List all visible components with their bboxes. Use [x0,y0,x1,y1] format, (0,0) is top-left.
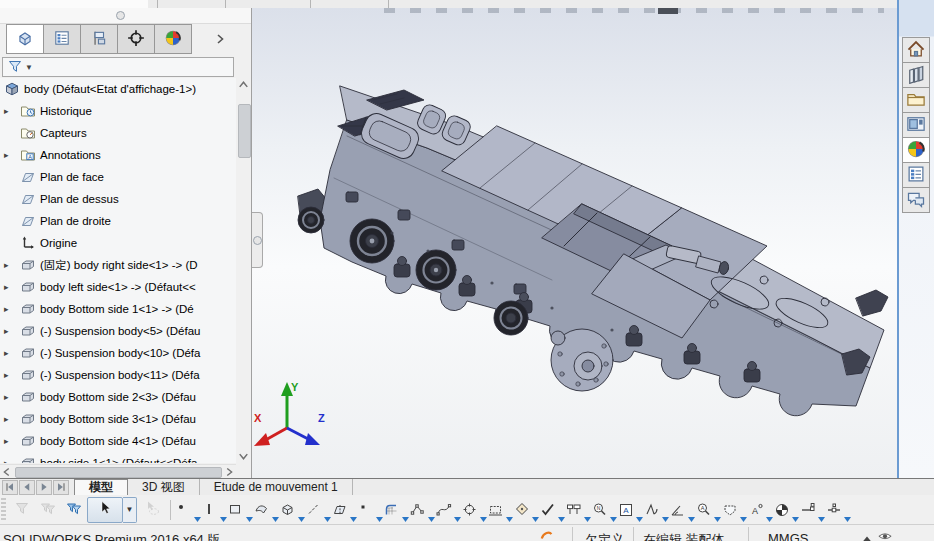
units-selector[interactable]: MMGS [768,531,808,541]
select-tool-dropdown[interactable]: ▼ [123,497,137,523]
scroll-up-button[interactable] [236,78,251,92]
reference-plane-button[interactable] [332,497,358,523]
tab-nav-next-button[interactable] [36,480,52,495]
filter-faces-button[interactable] [35,497,61,523]
splitter-grip-icon[interactable] [116,11,125,20]
tree-filter-button[interactable]: ▼ [2,57,234,77]
tree-item[interactable]: ▸body Bottom side 3<1> (Défau [0,408,236,430]
expander-icon[interactable]: ▸ [4,436,14,446]
splitter-grip-icon[interactable] [253,236,262,245]
tab-nav-last-button[interactable] [53,480,69,495]
tree-item[interactable]: Origine [0,232,236,254]
geometric-tolerance-button[interactable]: A [748,497,774,523]
view-palette[interactable] [902,112,930,138]
toolbar-grip[interactable] [1,498,6,522]
selection-filter-button[interactable] [9,497,35,523]
tab-nav-first-button[interactable] [2,480,18,495]
tree-item[interactable]: Plan de dessus [0,188,236,210]
expander-icon[interactable]: ▸ [4,348,14,358]
box-button[interactable] [280,497,306,523]
spell-check-button[interactable]: A [696,497,722,523]
centerpoint-circle-button[interactable] [462,497,488,523]
scroll-left-button[interactable] [0,465,14,478]
units-dropdown-icon[interactable] [860,533,874,541]
tree-item[interactable]: ▸body left side<1> -> (Défaut<< [0,276,236,298]
solidworks-forum[interactable] [902,187,930,213]
datum-target-button[interactable] [722,497,748,523]
hscroll-thumb[interactable] [15,467,222,478]
file-explorer[interactable] [902,87,930,113]
expander-icon[interactable]: ▸ [4,370,14,380]
smart-dimension-button[interactable] [514,497,540,523]
tab-3d-views[interactable]: 3D 视图 [128,479,200,495]
expander-icon[interactable]: ▸ [4,326,14,336]
design-library[interactable] [902,62,930,88]
custom-properties[interactable] [902,162,930,188]
appearances[interactable] [902,137,930,163]
select-tool-button[interactable] [87,497,123,523]
tree-item[interactable]: ▸(固定) body right side<1> -> (D [0,254,236,276]
expander-icon[interactable]: ▸ [4,414,14,424]
tree-item[interactable]: ▸body side 1<1> (Défaut<<Défa [0,452,236,463]
commandmanager-active-tab[interactable] [0,0,148,8]
propertymanager-tab[interactable] [43,24,81,54]
tree-item-root[interactable]: body (Défaut<Etat d'affichage-1>) [0,78,236,100]
tree-item[interactable]: Plan de droite [0,210,236,232]
tab-motion-study[interactable]: Etude de mouvement 1 [200,479,353,495]
featuremanager-tab[interactable] [6,24,44,54]
freeform-surface-button[interactable] [254,497,280,523]
filter-dropdown-arrow-icon[interactable]: ▼ [25,63,33,72]
expander-icon[interactable]: ▸ [4,392,14,402]
tree-item[interactable]: ▸body Bottom side 4<1> (Défau [0,430,236,452]
tree-vertical-scrollbar[interactable] [236,78,251,463]
tree-item[interactable]: Capteurs [0,122,236,144]
midpoint-handle-button[interactable] [826,497,852,523]
sketch-check-button[interactable] [540,497,566,523]
expander-icon[interactable]: ▸ [4,282,14,292]
linear-pattern-button[interactable] [488,497,514,523]
scroll-right-button[interactable] [222,465,236,478]
tree-item[interactable]: ▸(-) Suspension body<11> (Défa [0,364,236,386]
tree-item[interactable]: ▸Historique [0,100,236,122]
visibility-eye-icon[interactable] [878,531,892,541]
expander-icon[interactable]: ▸ [4,106,14,116]
corner-rectangle-button[interactable] [228,497,254,523]
dimxpertmanager-tab[interactable] [117,24,155,54]
task-pane-home[interactable] [902,37,930,63]
sketch-fillet-button[interactable] [384,497,410,523]
toggle-selection-filters-button[interactable] [61,497,87,523]
tab-model[interactable]: 模型 [74,479,128,495]
panel-splitter-tab[interactable] [252,212,263,268]
tree-item[interactable]: ▸(-) Suspension body<5> (Défau [0,320,236,342]
tree-item[interactable]: Plan de face [0,166,236,188]
surface-finish-button[interactable] [644,497,670,523]
zoom-note-button[interactable]: N [592,497,618,523]
sketch-point-small-button[interactable] [358,497,384,523]
lasso-select-button[interactable] [139,497,165,523]
tree-item[interactable]: ▸AAnnotations [0,144,236,166]
vscroll-thumb[interactable] [238,104,251,158]
expander-icon[interactable]: ▸ [4,260,14,270]
expander-icon[interactable]: ▸ [4,304,14,314]
center-of-mass-button[interactable] [774,497,800,523]
tree-horizontal-scrollbar[interactable] [0,464,236,478]
graphics-viewport[interactable]: X Y Z [252,8,897,478]
expander-icon[interactable]: ▸ [4,150,14,160]
tree-item[interactable]: ▸body Bottom side 1<1> -> (Dé [0,298,236,320]
spline-button[interactable] [436,497,462,523]
panel-splitter-horizontal[interactable] [0,8,251,24]
commandmanager-tabs-cropped[interactable] [0,0,934,8]
panel-tabs-overflow-button[interactable] [205,24,235,54]
angle-dimension-button[interactable] [670,497,696,523]
polyline-button[interactable] [410,497,436,523]
configurationmanager-tab[interactable] [80,24,118,54]
endpoint-handle-button[interactable] [800,497,826,523]
ordinate-dimension-button[interactable] [566,497,592,523]
line-button[interactable] [202,497,228,523]
displaymanager-tab[interactable] [154,24,192,54]
expander-icon[interactable]: ▸ [4,458,14,463]
scroll-down-button[interactable] [236,449,251,463]
centerline-button[interactable] [306,497,332,523]
point-button[interactable] [176,497,202,523]
tab-nav-previous-button[interactable] [19,480,35,495]
